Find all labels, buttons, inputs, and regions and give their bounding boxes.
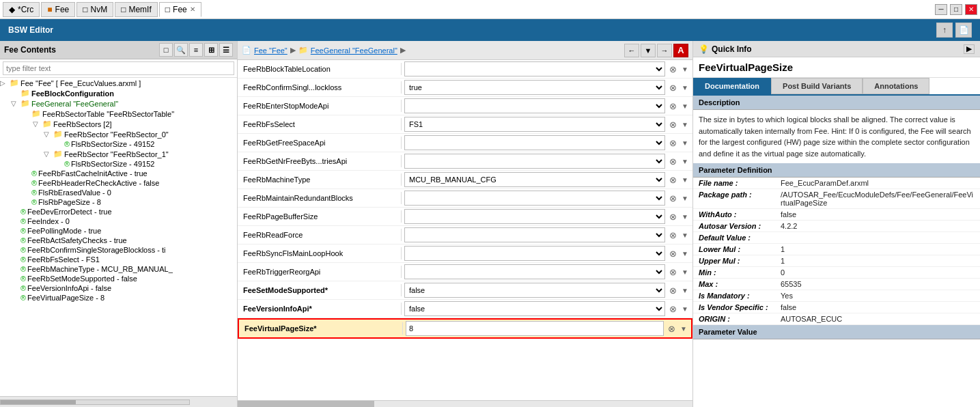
param-row[interactable]: FeeVersionInfoApi* false ⊗ ▼	[238, 300, 692, 318]
tree-item[interactable]: ▷ 📁 Fee "Fee" [ Fee_EcucValues.arxml ]	[0, 78, 237, 88]
param-dropdown-btn-13[interactable]: ▼	[680, 303, 690, 315]
param-clear-btn-8[interactable]: ⊗	[667, 210, 679, 223]
param-dropdown-btn-11[interactable]: ▼	[680, 266, 690, 278]
tab-crc[interactable]: ◆ *Crc	[3, 2, 40, 17]
right-panel-expand-btn[interactable]: ▶	[964, 44, 975, 54]
param-dropdown-btn-10[interactable]: ▼	[680, 247, 690, 259]
header-btn-2[interactable]: 📄	[955, 23, 972, 38]
param-clear-btn-13[interactable]: ⊗	[667, 303, 679, 315]
tree-item[interactable]: ® FlsRbErasedValue - 0	[0, 188, 237, 197]
tab-memif[interactable]: □ MemIf	[115, 2, 158, 17]
maximize-button[interactable]: □	[950, 4, 962, 15]
tree-item[interactable]: ® FeeRbFsSelect - FS1	[0, 255, 237, 264]
param-clear-btn-3[interactable]: ⊗	[667, 118, 679, 130]
param-dropdown-btn-5[interactable]: ▼	[680, 155, 690, 167]
param-row[interactable]: FeeRbConfirmSingl...lockloss true ⊗ ▼	[238, 79, 692, 97]
param-row[interactable]: FeeRbMachineType MCU_RB_MANUAL_CFG ⊗ ▼	[238, 171, 692, 189]
param-row[interactable]: FeeRbGetFreeSpaceApi ⊗ ▼	[238, 134, 692, 152]
param-clear-btn-14[interactable]: ⊗	[665, 322, 677, 335]
tree-item[interactable]: ® FeeRbMachineType - MCU_RB_MANUAL_	[0, 264, 237, 274]
param-clear-btn-10[interactable]: ⊗	[667, 247, 679, 259]
param-row[interactable]: FeeRbSyncFlsMainLoopHook ⊗ ▼	[238, 244, 692, 263]
param-select-8[interactable]	[404, 209, 665, 224]
param-dropdown-btn-2[interactable]: ▼	[680, 100, 690, 112]
param-select-0[interactable]	[404, 61, 665, 76]
param-row[interactable]: FeeSetModeSupported* false ⊗ ▼	[238, 281, 692, 300]
tree-item[interactable]: ® FlsRbSectorSize - 49152	[0, 159, 237, 169]
close-button[interactable]: ✕	[965, 4, 977, 15]
tree-item[interactable]: ▽ 📁 FeeGeneral "FeeGeneral"	[0, 98, 237, 109]
param-clear-btn-0[interactable]: ⊗	[667, 63, 679, 75]
tree-item[interactable]: 📁 FeeBlockConfiguration	[0, 88, 237, 98]
param-dropdown-btn-8[interactable]: ▼	[680, 210, 690, 223]
param-dropdown-btn-4[interactable]: ▼	[680, 137, 690, 149]
header-btn-1[interactable]: ↑	[936, 23, 953, 38]
param-clear-btn-11[interactable]: ⊗	[667, 266, 679, 278]
param-dropdown-btn-1[interactable]: ▼	[680, 81, 690, 94]
param-clear-btn-2[interactable]: ⊗	[667, 100, 679, 112]
tab-post-build-variants[interactable]: Post Build Variants	[771, 78, 863, 94]
param-clear-btn-1[interactable]: ⊗	[667, 81, 679, 94]
tree-item[interactable]: ® FeeRbSetModeSupported - false	[0, 274, 237, 283]
nav-dropdown-btn[interactable]: ▼	[641, 44, 656, 57]
param-clear-btn-4[interactable]: ⊗	[667, 137, 679, 149]
tab-documentation[interactable]: Documentation	[693, 78, 771, 94]
param-dropdown-btn-14[interactable]: ▼	[679, 322, 688, 335]
param-row[interactable]: FeeRbGetNrFreeByts...triesApi ⊗ ▼	[238, 152, 692, 171]
param-row[interactable]: FeeRbReadForce ⊗ ▼	[238, 226, 692, 244]
tab-nvm[interactable]: □ NvM	[76, 2, 113, 17]
param-clear-btn-9[interactable]: ⊗	[667, 229, 679, 241]
tree-item[interactable]: ® FeeVirtualPageSize - 8	[0, 293, 237, 303]
param-row[interactable]: FeeRbFsSelect FS1 ⊗ ▼	[238, 115, 692, 134]
nav-red-btn[interactable]: A	[673, 44, 688, 57]
param-dropdown-btn-0[interactable]: ▼	[680, 63, 690, 75]
panel-btn-list[interactable]: ☰	[219, 43, 233, 57]
param-select-4[interactable]	[404, 135, 665, 150]
param-clear-btn-12[interactable]: ⊗	[667, 284, 679, 296]
breadcrumb-fee[interactable]: Fee "Fee"	[254, 46, 288, 55]
tree-item[interactable]: ® FeeIndex - 0	[0, 216, 237, 226]
param-select-5[interactable]	[404, 154, 665, 169]
param-input-14[interactable]	[406, 321, 664, 336]
breadcrumb-feegeneral[interactable]: FeeGeneral "FeeGeneral"	[311, 46, 397, 55]
param-select-3[interactable]: FS1	[404, 117, 665, 132]
tab-annotations[interactable]: Annotations	[863, 78, 929, 94]
tab-fee1[interactable]: ■ Fee	[41, 2, 75, 17]
param-row[interactable]: FeeRbEnterStopModeApi ⊗ ▼	[238, 97, 692, 115]
param-select-10[interactable]	[404, 246, 665, 261]
tree-item[interactable]: ® FeeRbConfirmSingleStorageBlockloss - t…	[0, 245, 237, 255]
param-clear-btn-6[interactable]: ⊗	[667, 173, 679, 186]
tree-item[interactable]: ▽ 📁 FeeRbSector "FeeRbSector_1"	[0, 149, 237, 159]
tree-item[interactable]: ® FeeRbActSafetyChecks - true	[0, 236, 237, 245]
minimize-button[interactable]: ─	[935, 4, 947, 15]
tree-item[interactable]: ▽ 📁 FeeRbSectors [2]	[0, 119, 237, 129]
panel-btn-filter[interactable]: 🔍	[174, 43, 188, 57]
param-select-2[interactable]	[404, 98, 665, 113]
param-row[interactable]: FeeRbMaintainRedundantBlocks ⊗ ▼	[238, 189, 692, 208]
param-select-13[interactable]: false	[404, 301, 665, 316]
param-select-7[interactable]	[404, 191, 665, 206]
tree-item[interactable]: ® FlsRbPageSize - 8	[0, 197, 237, 207]
param-dropdown-btn-6[interactable]: ▼	[680, 173, 690, 186]
tab-fee2-close[interactable]: ✕	[190, 5, 195, 13]
param-dropdown-btn-3[interactable]: ▼	[680, 118, 690, 130]
param-clear-btn-7[interactable]: ⊗	[667, 192, 679, 204]
param-select-6[interactable]: MCU_RB_MANUAL_CFG	[404, 172, 665, 187]
nav-back-btn[interactable]: ←	[624, 44, 639, 57]
tree-item[interactable]: ® FlsRbSectorSize - 49152	[0, 139, 237, 149]
tab-fee2[interactable]: □ Fee ✕	[159, 2, 201, 17]
tree-item[interactable]: ® FeeRbHeaderReCheckActive - false	[0, 178, 237, 188]
param-row[interactable]: FeeRbTriggerReorgApi ⊗ ▼	[238, 263, 692, 281]
tree-item[interactable]: ® FeeVersionInfoApi - false	[0, 283, 237, 293]
param-select-1[interactable]: true	[404, 80, 665, 95]
panel-btn-sort[interactable]: ≡	[189, 43, 203, 57]
tree-item[interactable]: 📁 FeeRbSectorTable "FeeRbSectorTable"	[0, 109, 237, 119]
nav-forward-btn[interactable]: →	[657, 44, 672, 57]
filter-input[interactable]	[3, 61, 234, 75]
param-row[interactable]: FeeRbBlockTableLocation ⊗ ▼	[238, 60, 692, 79]
param-select-9[interactable]	[404, 227, 665, 242]
panel-btn-collapse[interactable]: □	[159, 43, 173, 57]
param-select-11[interactable]	[404, 264, 665, 279]
panel-btn-grid[interactable]: ⊞	[204, 43, 218, 57]
param-dropdown-btn-7[interactable]: ▼	[680, 192, 690, 204]
